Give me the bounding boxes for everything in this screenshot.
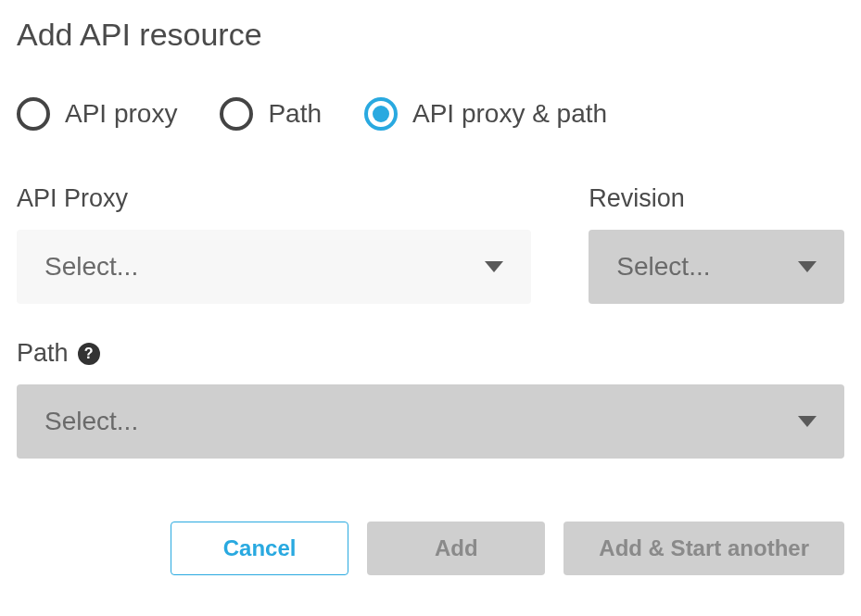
add-button[interactable]: Add (367, 522, 545, 575)
radio-path[interactable]: Path (220, 97, 322, 131)
field-path: Path ? Select... (17, 339, 844, 459)
resource-type-radio-group: API proxy Path API proxy & path (17, 97, 844, 131)
radio-circle-icon (17, 97, 50, 131)
help-icon[interactable]: ? (78, 343, 100, 365)
api-proxy-select[interactable]: Select... (17, 230, 531, 304)
field-revision: Revision Select... (589, 184, 844, 304)
radio-api-proxy[interactable]: API proxy (17, 97, 177, 131)
chevron-down-icon (798, 261, 817, 272)
radio-label: Path (268, 99, 322, 129)
radio-api-proxy-path[interactable]: API proxy & path (364, 97, 607, 131)
dialog-actions: Cancel Add Add & Start another (171, 522, 844, 575)
select-placeholder: Select... (44, 407, 138, 436)
select-placeholder: Select... (44, 252, 138, 282)
radio-circle-icon (364, 97, 398, 131)
field-api-proxy: API Proxy Select... (17, 184, 531, 304)
cancel-button[interactable]: Cancel (171, 522, 348, 575)
radio-label: API proxy & path (412, 99, 607, 129)
radio-circle-icon (220, 97, 253, 131)
revision-select[interactable]: Select... (589, 230, 844, 304)
page-title: Add API resource (17, 17, 844, 53)
chevron-down-icon (485, 261, 503, 272)
path-select[interactable]: Select... (17, 384, 844, 459)
revision-label: Revision (589, 184, 685, 213)
chevron-down-icon (798, 416, 817, 427)
add-start-another-button[interactable]: Add & Start another (563, 522, 844, 575)
radio-label: API proxy (65, 99, 177, 129)
path-label: Path (17, 339, 69, 368)
api-proxy-label: API Proxy (17, 184, 128, 213)
select-placeholder: Select... (616, 252, 710, 282)
